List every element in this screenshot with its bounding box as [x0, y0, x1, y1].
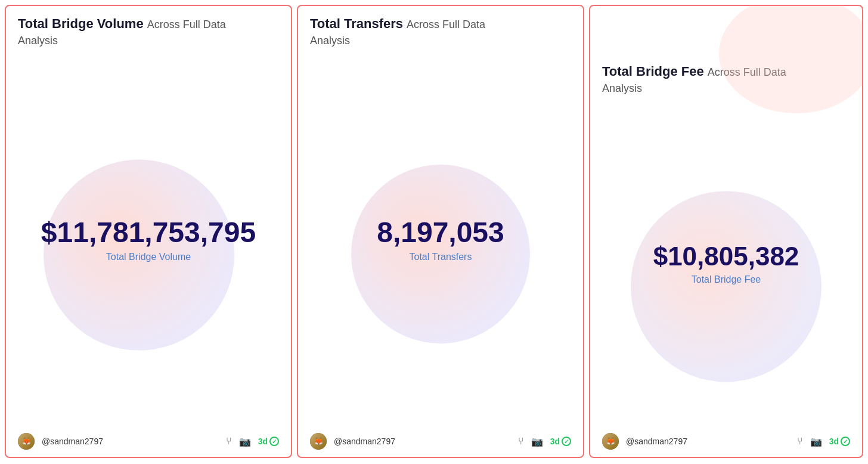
card-body-1: $11,781,753,795 Total Bridge Volume: [6, 54, 291, 426]
main-value-1: $11,781,753,795: [41, 217, 256, 249]
avatar-1: 🦊: [18, 433, 35, 450]
badge-1: 3d ✓: [258, 437, 279, 446]
value-label-1: Total Bridge Volume: [41, 252, 256, 262]
card-title-sub-2: Across Full Data: [407, 18, 485, 32]
card-footer-2: 🦊 @sandman2797 ⑂ 📷 3d ✓: [298, 426, 583, 457]
camera-icon-1[interactable]: 📷: [239, 436, 251, 447]
username-2: @sandman2797: [334, 437, 395, 446]
fork-icon-2[interactable]: ⑂: [518, 436, 524, 447]
main-value-3: $10,805,382: [653, 242, 799, 271]
card-title-main-1: Total Bridge Volume: [18, 16, 144, 33]
badge-label-1: 3d: [258, 437, 268, 446]
badge-check-3: ✓: [841, 437, 850, 446]
avatar-inner-3: 🦊: [602, 433, 619, 450]
avatar-2: 🦊: [310, 433, 327, 450]
badge-check-2: ✓: [562, 437, 571, 446]
fork-icon-3[interactable]: ⑂: [797, 436, 803, 447]
decorative-circle-3-main: [631, 191, 822, 382]
badge-3: 3d ✓: [829, 437, 850, 446]
username-3: @sandman2797: [626, 437, 687, 446]
card-footer-1: 🦊 @sandman2797 ⑂ 📷 3d ✓: [6, 426, 291, 457]
badge-2: 3d ✓: [550, 437, 571, 446]
avatar-inner-1: 🦊: [18, 433, 35, 450]
value-container-1: $11,781,753,795 Total Bridge Volume: [41, 217, 256, 263]
card-title-1: Total Bridge Volume Across Full Data Ana…: [18, 16, 279, 48]
card-title-main-3: Total Bridge Fee: [602, 63, 704, 81]
card-total-bridge-fee: Total Bridge Fee Across Full Data Analys…: [589, 5, 863, 458]
value-container-2: 8,197,053 Total Transfers: [377, 217, 504, 263]
value-label-2: Total Transfers: [377, 252, 504, 262]
value-label-3: Total Bridge Fee: [653, 274, 799, 285]
camera-icon-2[interactable]: 📷: [531, 436, 543, 447]
fork-icon-1[interactable]: ⑂: [226, 436, 232, 447]
badge-label-3: 3d: [829, 437, 839, 446]
camera-icon-3[interactable]: 📷: [810, 436, 822, 447]
card-total-transfers: Total Transfers Across Full Data Analysi…: [297, 5, 584, 458]
card-header-1: Total Bridge Volume Across Full Data Ana…: [6, 6, 291, 54]
avatar-inner-2: 🦊: [310, 433, 327, 450]
card-total-bridge-volume: Total Bridge Volume Across Full Data Ana…: [5, 5, 292, 458]
card-footer-3: 🦊 @sandman2797 ⑂ 📷 3d ✓: [590, 426, 862, 457]
avatar-3: 🦊: [602, 433, 619, 450]
main-value-2: 8,197,053: [377, 217, 504, 249]
card-body-2: 8,197,053 Total Transfers: [298, 54, 583, 426]
username-1: @sandman2797: [42, 437, 103, 446]
card-header-2: Total Transfers Across Full Data Analysi…: [298, 6, 583, 54]
badge-check-1: ✓: [269, 437, 279, 446]
badge-label-2: 3d: [550, 437, 560, 446]
value-container-3: $10,805,382 Total Bridge Fee: [653, 242, 799, 285]
card-title-main-2: Total Transfers: [310, 16, 403, 33]
card-title-sub2-2: Analysis: [310, 34, 571, 48]
card-title-sub-1: Across Full Data: [147, 18, 226, 32]
card-body-3: $10,805,382 Total Bridge Fee: [590, 101, 862, 426]
card-title-sub2-1: Analysis: [18, 34, 279, 48]
card-title-2: Total Transfers Across Full Data Analysi…: [310, 16, 571, 48]
